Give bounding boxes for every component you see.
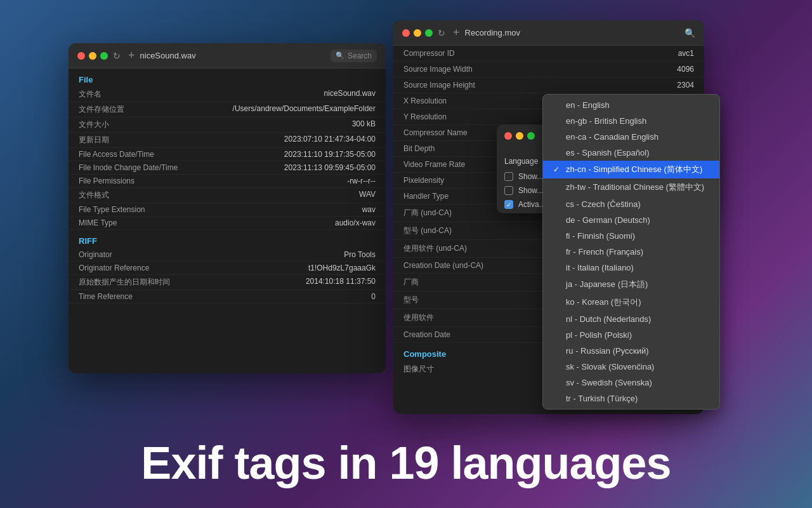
dropdown-item-label: en-ca - Canadian English: [566, 132, 658, 142]
table-row: Time Reference 0: [69, 290, 386, 304]
rotate-icon-right: ↻: [438, 28, 445, 38]
dropdown-item-zh-tw[interactable]: zh-tw - Traditional Chinese (繁體中文): [543, 178, 719, 196]
show-checkbox-2[interactable]: [504, 186, 513, 195]
table-row: Originator Pro Tools: [69, 248, 386, 262]
search-icon-left: 🔍: [336, 51, 344, 60]
dropdown-item-label: zh-cn - Simplified Chinese (简体中文): [566, 164, 702, 175]
metadata-label: 厂商: [403, 277, 419, 288]
titlebar-right: ↻ + Recording.mov 🔍: [393, 20, 704, 46]
dropdown-item-en[interactable]: en - English: [543, 97, 719, 113]
file-properties-list: 文件名 niceSound.wav 文件存储位置 /Users/andrew/D…: [69, 87, 386, 230]
add-icon-right[interactable]: +: [453, 26, 460, 39]
window-title-right: Recording.mov: [465, 28, 520, 37]
dropdown-item-zh-cn[interactable]: ✓ zh-cn - Simplified Chinese (简体中文): [543, 161, 719, 178]
titlebar-left: ↻ + niceSound.wav 🔍 Search: [69, 43, 386, 69]
maximize-button-popup[interactable]: [527, 132, 535, 140]
table-row: 更新日期 2023:07:10 21:47:34-04:00: [69, 133, 386, 148]
property-value: 0: [371, 292, 376, 301]
property-value: /Users/andrew/Documents/ExampleFolder: [233, 104, 376, 115]
show-label-1: Show...: [518, 172, 543, 181]
dropdown-item-label: pl - Polish (Polski): [566, 330, 632, 340]
activate-checkbox[interactable]: ✓: [504, 200, 513, 209]
section-file-header: File: [69, 69, 386, 87]
window-title-left: niceSound.wav: [140, 51, 196, 60]
close-button-left[interactable]: [77, 52, 85, 60]
metadata-label: Source Image Width: [403, 65, 473, 74]
close-button-right[interactable]: [402, 29, 410, 37]
search-icon-right: 🔍: [684, 28, 695, 38]
traffic-lights-left: [77, 52, 108, 60]
show-label-2: Show...: [518, 186, 543, 195]
property-value: 2023:11:13 09:59:45-05:00: [284, 163, 376, 172]
dropdown-item-en-ca[interactable]: en-ca - Canadian English: [543, 129, 719, 145]
search-button-right[interactable]: 🔍: [684, 27, 695, 39]
minimize-button-popup[interactable]: [516, 132, 523, 140]
dropdown-item-pl[interactable]: pl - Polish (Polski): [543, 327, 719, 343]
dropdown-item-cs[interactable]: cs - Czech (Čeština): [543, 196, 719, 212]
table-row: 文件大小 300 kB: [69, 117, 386, 133]
property-label: 文件存储位置: [79, 104, 124, 115]
dropdown-item-it[interactable]: it - Italian (Italiano): [543, 260, 719, 276]
table-row: File Inode Change Date/Time 2023:11:13 0…: [69, 161, 386, 175]
rotate-icon: ↻: [113, 51, 121, 61]
language-dropdown-menu: en - English en-gb - British English en-…: [542, 94, 720, 410]
table-row: File Access Date/Time 2023:11:10 19:17:3…: [69, 148, 386, 161]
dropdown-item-fi[interactable]: fi - Finnish (Suomi): [543, 228, 719, 244]
metadata-label: 型号: [403, 295, 419, 305]
dropdown-item-es[interactable]: es - Spanish (Español): [543, 145, 719, 161]
dropdown-item-label: nl - Dutch (Nederlands): [566, 314, 651, 324]
minimize-button-left[interactable]: [89, 52, 96, 60]
dropdown-item-ja[interactable]: ja - Japanese (日本語): [543, 276, 719, 293]
dropdown-item-sk[interactable]: sk - Slovak (Slovenčina): [543, 359, 719, 375]
metadata-label: Creation Date (und-CA): [403, 261, 483, 270]
metadata-label: Pixeldensity: [403, 176, 444, 185]
riff-properties-list: Originator Pro Tools Originator Referenc…: [69, 248, 386, 304]
dropdown-item-fr[interactable]: fr - French (Français): [543, 244, 719, 260]
dropdown-item-label: de - German (Deutsch): [566, 215, 650, 225]
metadata-label: Y Resolution: [403, 112, 447, 121]
metadata-label: Video Frame Rate: [403, 160, 465, 169]
property-value: 2014:10:18 11:37:50: [306, 277, 376, 288]
table-row: Source Image Height 2304: [393, 77, 704, 93]
search-box-left[interactable]: 🔍 Search: [331, 50, 377, 62]
dropdown-item-ru[interactable]: ru - Russian (Русский): [543, 343, 719, 359]
property-label: File Access Date/Time: [79, 150, 154, 159]
dropdown-item-label: tr - Turkish (Türkçe): [566, 394, 638, 403]
maximize-button-left[interactable]: [100, 52, 108, 60]
metadata-value: 4096: [677, 65, 694, 74]
close-button-popup[interactable]: [504, 132, 512, 140]
metadata-label: Bit Depth: [403, 144, 435, 153]
property-label: Time Reference: [79, 292, 133, 301]
metadata-label: Compressor Name: [403, 128, 468, 137]
dropdown-item-de[interactable]: de - German (Deutsch): [543, 212, 719, 228]
activate-label: Activa...: [518, 200, 546, 209]
add-icon[interactable]: +: [128, 49, 135, 62]
dropdown-item-label: sv - Swedish (Svenska): [566, 378, 652, 387]
metadata-label: Compressor ID: [403, 49, 455, 58]
property-value: audio/x-wav: [335, 218, 376, 227]
metadata-value: 2304: [677, 81, 694, 90]
metadata-label: 型号 (und-CA): [403, 225, 452, 236]
dropdown-item-label: it - Italian (Italiano): [566, 263, 634, 272]
metadata-label: X Resolution: [403, 97, 447, 105]
metadata-label: Source Image Height: [403, 81, 475, 90]
show-checkbox-1[interactable]: [504, 172, 513, 181]
dropdown-item-tr[interactable]: tr - Turkish (Türkçe): [543, 391, 719, 406]
dropdown-item-nl[interactable]: nl - Dutch (Nederlands): [543, 311, 719, 327]
property-value: Pro Tools: [344, 250, 376, 259]
maximize-button-right[interactable]: [425, 29, 433, 37]
dropdown-item-label: cs - Czech (Čeština): [566, 199, 641, 209]
dropdown-item-ko[interactable]: ko - Korean (한국어): [543, 293, 719, 311]
dropdown-item-label: ja - Japanese (日本語): [566, 279, 648, 290]
dropdown-item-sv[interactable]: sv - Swedish (Svenska): [543, 375, 719, 391]
property-value: 2023:11:10 19:17:35-05:00: [284, 150, 376, 159]
property-label: File Type Extension: [79, 205, 145, 214]
property-label: Originator Reference: [79, 264, 149, 272]
dropdown-item-en-gb[interactable]: en-gb - British English: [543, 113, 719, 129]
minimize-button-right[interactable]: [414, 29, 421, 37]
property-value: WAV: [359, 190, 376, 201]
table-row: Originator Reference t1!OHd9zL7gaaaGk: [69, 262, 386, 275]
property-value: wav: [362, 205, 376, 214]
composite-label: 图像尺寸: [403, 364, 434, 375]
metadata-label: Handler Type: [403, 192, 449, 201]
